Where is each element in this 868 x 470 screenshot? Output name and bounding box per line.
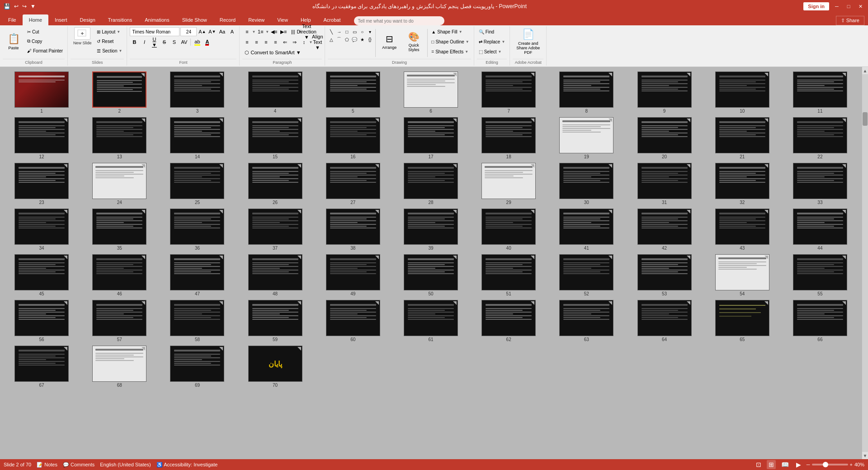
slide-thumb-45[interactable] bbox=[14, 254, 69, 290]
bold-button[interactable]: B bbox=[130, 38, 139, 47]
slide-item-14[interactable]: 14 bbox=[160, 117, 234, 159]
customize-icon[interactable]: ▼ bbox=[30, 3, 36, 9]
columns-button[interactable]: ||| bbox=[288, 27, 297, 36]
shape-effects-button[interactable]: = Shape Effects ▼ bbox=[429, 47, 471, 56]
tab-acrobat[interactable]: Acrobat bbox=[317, 14, 347, 25]
slide-item-37[interactable]: 37 bbox=[238, 209, 312, 251]
slide-thumb-10[interactable] bbox=[715, 71, 769, 108]
slide-thumb-5[interactable] bbox=[326, 71, 380, 108]
tab-insert[interactable]: Insert bbox=[48, 14, 74, 25]
slide-item-41[interactable]: 41 bbox=[549, 209, 623, 251]
new-slide-button[interactable]: New Slide bbox=[71, 27, 94, 45]
slide-thumb-70[interactable]: پایان bbox=[248, 346, 302, 382]
slide-thumb-28[interactable] bbox=[404, 163, 458, 199]
slide-thumb-42[interactable] bbox=[637, 209, 692, 245]
slide-item-54[interactable]: 54 bbox=[705, 254, 779, 296]
zoom-out-button[interactable]: ─ bbox=[807, 462, 810, 467]
slide-item-28[interactable]: 28 bbox=[394, 163, 468, 205]
slide-item-15[interactable]: 15 bbox=[238, 117, 312, 159]
slide-thumb-61[interactable] bbox=[404, 300, 458, 336]
slide-item-6[interactable]: 6 bbox=[394, 71, 468, 114]
slide-item-36[interactable]: 36 bbox=[160, 209, 234, 251]
notes-button[interactable]: 📝 Notes bbox=[37, 462, 57, 468]
slide-item-33[interactable]: 33 bbox=[783, 163, 857, 205]
shape-rect2[interactable]: ▭ bbox=[351, 28, 358, 35]
slide-thumb-47[interactable] bbox=[170, 254, 224, 290]
underline-button[interactable]: U ▼ bbox=[150, 38, 159, 47]
slide-item-25[interactable]: 25 bbox=[160, 163, 234, 205]
slide-thumb-1[interactable] bbox=[14, 71, 69, 108]
slide-item-61[interactable]: 61 bbox=[394, 300, 468, 342]
slide-item-52[interactable]: 52 bbox=[549, 254, 623, 296]
slide-item-70[interactable]: پایان70 bbox=[238, 346, 312, 388]
slide-thumb-48[interactable] bbox=[248, 254, 302, 290]
slide-item-43[interactable]: 43 bbox=[705, 209, 779, 251]
scroll-track[interactable] bbox=[862, 74, 868, 452]
rtl-button[interactable]: ⇐ bbox=[280, 38, 289, 47]
slide-thumb-19[interactable] bbox=[559, 117, 613, 153]
slide-item-17[interactable]: 17 bbox=[394, 117, 468, 159]
slide-item-49[interactable]: 49 bbox=[316, 254, 390, 296]
shape-arrow[interactable]: → bbox=[335, 28, 343, 35]
strikethrough-button[interactable]: S bbox=[160, 38, 169, 47]
slide-thumb-34[interactable] bbox=[14, 209, 69, 245]
slide-item-60[interactable]: 60 bbox=[316, 300, 390, 342]
slide-thumb-27[interactable] bbox=[326, 163, 380, 199]
slide-item-63[interactable]: 63 bbox=[549, 300, 623, 342]
scroll-thumb[interactable] bbox=[863, 112, 868, 126]
bullets-button[interactable]: ≡ bbox=[242, 27, 251, 36]
convert-smartart-button[interactable]: ⬡ Convert to SmartArt ▼ bbox=[242, 48, 303, 57]
reset-button[interactable]: ↺ Reset bbox=[95, 37, 124, 46]
align-text-button[interactable]: Align Text ▼ bbox=[313, 38, 322, 47]
slide-item-2[interactable]: 2 bbox=[82, 71, 156, 114]
slide-item-34[interactable]: 34 bbox=[5, 209, 79, 251]
slide-thumb-56[interactable] bbox=[14, 300, 69, 336]
slide-thumb-2[interactable] bbox=[92, 71, 146, 108]
slide-item-39[interactable]: 39 bbox=[394, 209, 468, 251]
slide-thumb-38[interactable] bbox=[326, 209, 380, 245]
shape-fill-button[interactable]: ▲ Shape Fill ▼ bbox=[429, 27, 471, 36]
shape-line[interactable]: ╲ bbox=[328, 28, 335, 35]
share-button[interactable]: ⇧ Share bbox=[836, 16, 864, 25]
slide-item-31[interactable]: 31 bbox=[627, 163, 701, 205]
shadow-button[interactable]: S bbox=[170, 38, 179, 47]
slide-thumb-13[interactable] bbox=[92, 117, 146, 153]
clear-format-button[interactable]: A bbox=[227, 27, 236, 36]
ltr-button[interactable]: ⇒ bbox=[290, 38, 299, 47]
slide-item-50[interactable]: 50 bbox=[394, 254, 468, 296]
slide-item-24[interactable]: 24 bbox=[82, 163, 156, 205]
slide-item-46[interactable]: 46 bbox=[82, 254, 156, 296]
quick-styles-button[interactable]: 🎨 QuickStyles bbox=[402, 27, 425, 56]
tab-view[interactable]: View bbox=[271, 14, 294, 25]
format-painter-button[interactable]: 🖌 Format Painter bbox=[25, 46, 65, 55]
slide-item-66[interactable]: 66 bbox=[783, 300, 857, 342]
slide-thumb-40[interactable] bbox=[481, 209, 536, 245]
slide-thumb-58[interactable] bbox=[170, 300, 224, 336]
slide-item-8[interactable]: 8 bbox=[549, 71, 623, 114]
slide-thumb-52[interactable] bbox=[559, 254, 613, 290]
slide-item-26[interactable]: 26 bbox=[238, 163, 312, 205]
slide-item-18[interactable]: 18 bbox=[472, 117, 546, 159]
highlight-color-button[interactable]: ab bbox=[193, 38, 202, 47]
slide-item-22[interactable]: 22 bbox=[783, 117, 857, 159]
signin-button[interactable]: Sign in bbox=[803, 2, 829, 10]
slide-thumb-37[interactable] bbox=[248, 209, 302, 245]
shape-brace[interactable]: {} bbox=[366, 36, 373, 43]
font-color-button[interactable]: A bbox=[203, 38, 212, 47]
layout-button[interactable]: ⊞ Layout ▼ bbox=[95, 27, 124, 36]
slide-thumb-30[interactable] bbox=[559, 163, 613, 199]
shape-triangle[interactable]: △ bbox=[328, 36, 335, 43]
slideshow-button[interactable]: ▶ bbox=[794, 460, 803, 469]
tab-home[interactable]: Home bbox=[23, 14, 48, 25]
slide-thumb-49[interactable] bbox=[326, 254, 380, 290]
slide-thumb-11[interactable] bbox=[793, 71, 847, 108]
slide-thumb-15[interactable] bbox=[248, 117, 302, 153]
shape-rect[interactable]: □ bbox=[343, 28, 350, 35]
slide-item-68[interactable]: 68 bbox=[82, 346, 156, 388]
slide-thumb-29[interactable] bbox=[481, 163, 536, 199]
font-size-input[interactable] bbox=[180, 27, 197, 36]
slide-thumb-14[interactable] bbox=[170, 117, 224, 153]
text-direction-button[interactable]: Text Direction ▼ bbox=[302, 27, 311, 36]
slide-item-56[interactable]: 56 bbox=[5, 300, 79, 342]
numbering-button[interactable]: 1≡ bbox=[256, 27, 265, 36]
